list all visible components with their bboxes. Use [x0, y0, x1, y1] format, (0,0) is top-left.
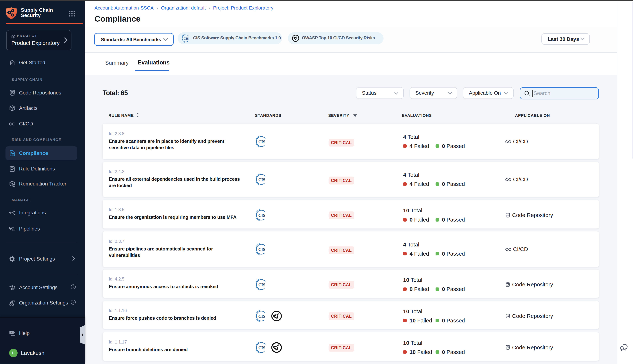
svg-text:?: ? [11, 331, 12, 334]
